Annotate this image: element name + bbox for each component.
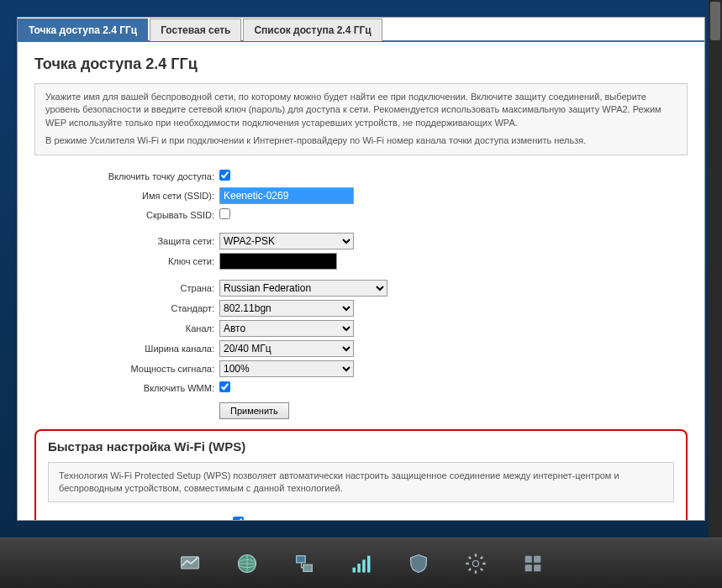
svg-rect-10	[524, 555, 531, 562]
wifi-bars-icon[interactable]	[348, 550, 375, 577]
select-signal-power[interactable]: 100%	[219, 360, 354, 377]
svg-rect-7	[362, 559, 366, 572]
wps-description-box: Технология Wi-Fi Protected Setup (WPS) п…	[48, 462, 674, 503]
scrollbar-thumb[interactable]	[710, 2, 720, 40]
tab-guest-network[interactable]: Гостевая сеть	[150, 18, 241, 41]
select-channel[interactable]: Авто	[219, 320, 354, 337]
svg-rect-13	[534, 564, 540, 571]
svg-rect-4	[303, 564, 312, 571]
select-standard[interactable]: 802.11bgn	[219, 300, 354, 317]
svg-rect-5	[352, 567, 356, 572]
label-ssid: Имя сети (SSID):	[34, 191, 219, 201]
svg-rect-3	[296, 555, 305, 562]
svg-rect-6	[357, 564, 361, 573]
wps-title: Быстрая настройка Wi-Fi (WPS)	[48, 439, 674, 454]
label-enable-wps: Включить WPS:	[48, 518, 233, 521]
globe-icon[interactable]	[234, 550, 261, 577]
main-panel: Точка доступа 2.4 ГГц Гостевая сеть Спис…	[17, 17, 705, 521]
wps-description-text: Технология Wi-Fi Protected Setup (WPS) п…	[59, 470, 663, 496]
scrollbar-track[interactable]	[709, 0, 722, 588]
label-country: Страна:	[34, 283, 219, 293]
label-hide-ssid: Скрывать SSID:	[34, 210, 219, 220]
label-standard: Стандарт:	[34, 303, 219, 313]
input-network-key[interactable]	[219, 253, 337, 270]
select-channel-width[interactable]: 20/40 МГц	[219, 340, 354, 357]
checkbox-enable-wps[interactable]	[233, 517, 244, 521]
wps-section: Быстрая настройка Wi-Fi (WPS) Технология…	[34, 429, 688, 521]
checkbox-hide-ssid[interactable]	[219, 208, 230, 219]
monitor-icon[interactable]	[177, 550, 203, 577]
tab-acl-24ghz[interactable]: Список доступа 2.4 ГГц	[243, 18, 382, 41]
svg-rect-11	[534, 555, 540, 562]
svg-point-9	[472, 560, 478, 566]
svg-rect-12	[524, 564, 531, 571]
select-country[interactable]: Russian Federation	[219, 280, 387, 297]
page-title: Точка доступа 2.4 ГГц	[34, 55, 688, 73]
description-box: Укажите имя для вашей беспроводной сети,…	[34, 83, 688, 155]
checkbox-enable-wmm[interactable]	[219, 381, 230, 392]
description-text-2: В режиме Усилителя Wi-Fi и при подключен…	[45, 134, 677, 147]
input-ssid[interactable]	[219, 187, 354, 204]
apply-button[interactable]: Применить	[219, 402, 289, 419]
shield-icon[interactable]	[405, 550, 432, 577]
label-wmm: Включить WMM:	[34, 383, 219, 393]
description-text-1: Укажите имя для вашей беспроводной сети,…	[45, 91, 677, 129]
gear-icon[interactable]	[462, 550, 489, 577]
label-security: Защита сети:	[34, 236, 219, 246]
network-icon[interactable]	[291, 550, 318, 577]
label-enable-ap: Включить точку доступа:	[34, 171, 219, 181]
svg-rect-8	[367, 555, 371, 572]
apps-icon[interactable]	[519, 550, 546, 577]
select-security[interactable]: WPA2-PSK	[219, 233, 354, 249]
tab-ap-24ghz[interactable]: Точка доступа 2.4 ГГц	[18, 18, 148, 41]
label-width: Ширина канала:	[34, 344, 219, 354]
tabs-bar: Точка доступа 2.4 ГГц Гостевая сеть Спис…	[18, 18, 704, 42]
label-power: Мощность сигнала:	[34, 364, 219, 374]
label-channel: Канал:	[34, 323, 219, 333]
label-key: Ключ сети:	[34, 256, 219, 266]
bottom-nav	[0, 538, 722, 588]
checkbox-enable-ap[interactable]	[219, 170, 230, 181]
